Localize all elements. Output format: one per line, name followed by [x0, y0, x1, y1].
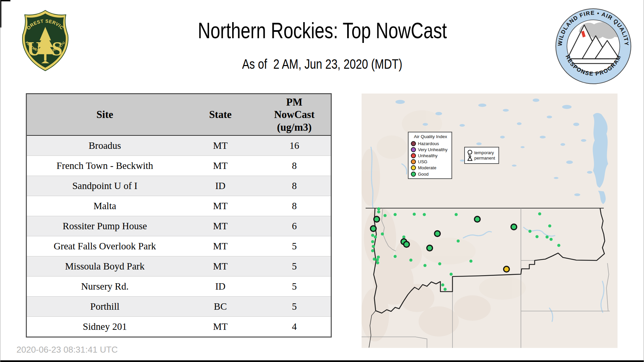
table-row[interactable]: Nursery Rd.ID5	[26, 277, 331, 297]
permanent-monitor[interactable]	[372, 245, 375, 248]
temporary-monitor[interactable]	[427, 245, 433, 251]
permanent-monitor[interactable]	[549, 238, 552, 241]
state-cell: MT	[183, 256, 258, 277]
site-cell: Sandpoint U of I	[26, 176, 183, 196]
permanent-monitor[interactable]	[545, 235, 548, 238]
permanent-monitor[interactable]	[528, 230, 531, 233]
aqi-legend-item: Good	[411, 171, 451, 177]
table-row[interactable]: Rossiter Pump HouseMT6	[26, 216, 331, 236]
permanent-monitor[interactable]	[438, 262, 441, 265]
usfs-letter-u: U	[27, 38, 41, 60]
permanent-monitor[interactable]	[441, 283, 444, 286]
permanent-monitor[interactable]	[393, 255, 396, 258]
permanent-monitor[interactable]	[381, 232, 384, 235]
pm-value-cell: 8	[258, 176, 331, 196]
permanent-monitor[interactable]	[454, 213, 458, 216]
table-row[interactable]: French Town - BeckwithMT8	[26, 156, 331, 176]
aqi-legend-item: Moderate	[411, 165, 451, 171]
pm-value-cell: 8	[258, 196, 331, 216]
aqi-color-dot	[411, 165, 416, 170]
aqi-item-label: USG	[418, 159, 427, 164]
permanent-monitor[interactable]	[413, 213, 416, 216]
nowcast-table: Site State PM NowCast (ug/m3) BroadusMT1…	[26, 93, 332, 338]
permanent-monitor[interactable]	[383, 214, 386, 217]
aqi-color-dot	[411, 141, 416, 146]
permanent-monitor[interactable]	[557, 244, 560, 247]
permanent-monitor[interactable]	[423, 213, 426, 216]
permanent-monitor[interactable]	[409, 258, 412, 261]
temporary-monitor[interactable]	[404, 242, 410, 247]
permanent-monitor[interactable]	[371, 240, 374, 243]
site-cell: Great Falls Overlook Park	[26, 236, 183, 256]
permanent-monitor[interactable]	[449, 273, 452, 276]
aqi-legend-item: Unhealthy	[411, 153, 451, 159]
permanent-monitor[interactable]	[457, 239, 460, 242]
permanent-monitor[interactable]	[548, 224, 551, 227]
aqi-legend-item: Very Unhealthy	[411, 146, 451, 153]
state-cell: MT	[183, 216, 258, 236]
pm-value-cell: 6	[258, 216, 331, 236]
table-header-row: Site State PM NowCast (ug/m3)	[26, 94, 331, 136]
table-row[interactable]: Sidney 201MT4	[26, 317, 331, 337]
aqi-color-dot	[411, 153, 416, 158]
table-row[interactable]: Great Falls Overlook ParkMT5	[26, 236, 331, 256]
aqi-item-label: Unhealthy	[418, 153, 438, 158]
aqi-item-label: Good	[418, 172, 429, 177]
window-frame-bottom	[0, 360, 644, 362]
aqi-color-dot	[411, 159, 416, 164]
permanent-monitor[interactable]	[374, 235, 377, 238]
permanent-monitor[interactable]	[377, 207, 380, 210]
temporary-monitor[interactable]	[371, 226, 376, 232]
aqi-color-dot	[411, 147, 416, 152]
temporary-monitor[interactable]	[511, 224, 517, 230]
permanent-monitor[interactable]	[371, 234, 374, 237]
site-cell: Rossiter Pump House	[26, 216, 183, 236]
site-cell: French Town - Beckwith	[26, 156, 183, 176]
state-cell: MT	[183, 135, 258, 156]
permanent-monitor[interactable]	[469, 259, 472, 262]
site-cell: Missoula Boyd Park	[26, 256, 183, 277]
permanent-monitor[interactable]	[377, 210, 380, 213]
site-cell: Porthill	[26, 297, 183, 317]
temporary-monitor[interactable]	[475, 217, 480, 222]
page-subtitle: As of 2 AM, Jun 23, 2020 (MDT)	[94, 56, 550, 72]
table-row[interactable]: Missoula Boyd ParkMT5	[26, 256, 331, 277]
site-cell: Sidney 201	[26, 317, 183, 337]
permanent-monitor[interactable]	[423, 264, 426, 267]
temporary-monitor[interactable]	[435, 231, 440, 237]
aqi-item-label: Moderate	[418, 165, 436, 170]
permanent-monitor[interactable]	[376, 258, 379, 261]
aqi-color-dot	[411, 172, 416, 177]
permanent-monitor[interactable]	[538, 212, 541, 215]
permanent-monitor[interactable]	[443, 288, 446, 291]
temporary-monitor[interactable]	[504, 266, 509, 272]
basemap	[362, 94, 618, 348]
aqi-legend-item: Hazardous	[411, 140, 451, 146]
temporary-monitor[interactable]	[374, 217, 380, 222]
pm-value-cell: 5	[258, 256, 331, 277]
table-row[interactable]: MaltaMT8	[26, 196, 331, 216]
state-cell: MT	[183, 236, 258, 256]
permanent-monitor[interactable]	[377, 255, 380, 258]
permanent-monitor[interactable]	[402, 235, 405, 238]
pm-value-cell: 5	[258, 297, 331, 317]
aqi-legend-title: Air Quality Index	[410, 134, 451, 139]
permanent-monitor[interactable]	[373, 257, 376, 260]
symbols-legend: temporary permanent	[464, 147, 499, 164]
state-cell: MT	[183, 196, 258, 216]
page-title: Northern Rockies: Top NowCast	[94, 17, 550, 43]
table-row[interactable]: BroadusMT16	[26, 135, 331, 156]
permanent-monitor[interactable]	[376, 261, 379, 264]
site-cell: Nursery Rd.	[26, 277, 183, 297]
table-row[interactable]: PorthillBC5	[26, 297, 331, 317]
pm-value-cell: 5	[258, 236, 331, 256]
state-cell: ID	[183, 176, 258, 196]
state-cell: MT	[183, 156, 258, 176]
permanent-monitor[interactable]	[393, 213, 396, 216]
table-row[interactable]: Sandpoint U of IID8	[26, 176, 331, 196]
state-cell: ID	[183, 277, 258, 297]
permanent-monitor[interactable]	[371, 249, 374, 252]
column-header-state: State	[183, 94, 258, 136]
permanent-monitor[interactable]	[535, 235, 538, 238]
aqi-legend: Air Quality Index HazardousVery Unhealth…	[408, 132, 452, 179]
